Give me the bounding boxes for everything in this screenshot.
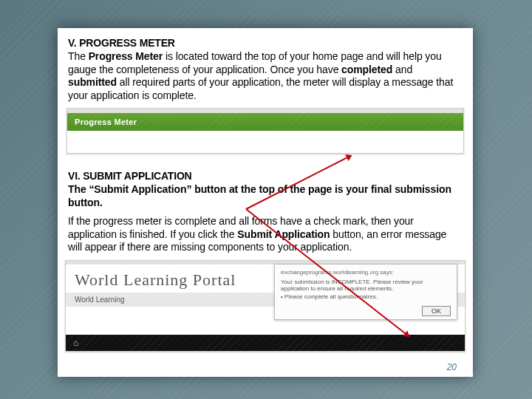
- text: all required parts of your application, …: [68, 76, 453, 101]
- home-icon: ⌂: [73, 338, 78, 348]
- slide-background: V. PROGRESS METER The Progress Meter is …: [0, 0, 532, 399]
- section-v-heading: V. PROGRESS METER: [68, 37, 463, 49]
- section-vi-paragraph: If the progress meter is complete and al…: [68, 215, 463, 254]
- dialog-line: Your submission is INCOMPLETE. Please re…: [281, 279, 451, 292]
- dialog-line: • Please complete all questionnaires.: [281, 293, 451, 300]
- bold-text: The “Submit Application” button at the t…: [68, 183, 451, 208]
- error-dialog: exchangeprograms.worldlearning.org says:…: [274, 264, 457, 320]
- bold-text: submitted: [68, 76, 117, 88]
- progress-meter-screenshot: Progress Meter: [66, 108, 464, 154]
- page-number: 20: [447, 362, 457, 372]
- text: The: [68, 50, 89, 62]
- section-v-paragraph: The Progress Meter is located toward the…: [68, 50, 463, 102]
- progress-meter-bar: Progress Meter: [67, 113, 463, 131]
- bold-text: completed: [341, 64, 392, 75]
- ok-button[interactable]: OK: [422, 306, 451, 316]
- bold-text: Progress Meter: [89, 50, 163, 62]
- dialog-source: exchangeprograms.worldlearning.org says:: [281, 269, 451, 276]
- section-vi-heading: VI. SUBMIT APPLICATION: [68, 170, 463, 182]
- section-vi-lead: The “Submit Application” button at the t…: [68, 183, 463, 209]
- text: and: [392, 64, 412, 75]
- content-card: V. PROGRESS METER The Progress Meter is …: [58, 28, 473, 377]
